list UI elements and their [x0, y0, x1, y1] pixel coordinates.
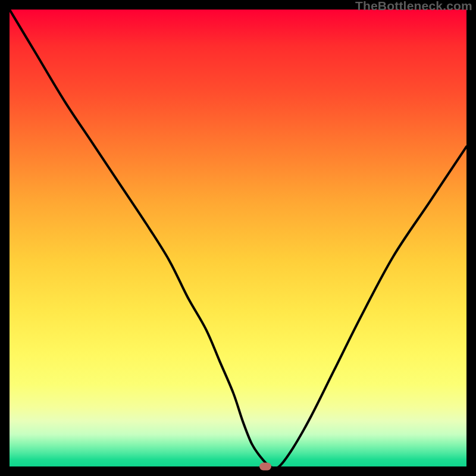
- plot-area: [10, 10, 466, 466]
- watermark-text: TheBottleneck.com: [355, 0, 472, 13]
- curve-svg: [10, 10, 466, 466]
- chart-frame: TheBottleneck.com: [0, 0, 476, 476]
- minimum-marker: [259, 463, 271, 471]
- bottleneck-curve-path: [10, 10, 466, 466]
